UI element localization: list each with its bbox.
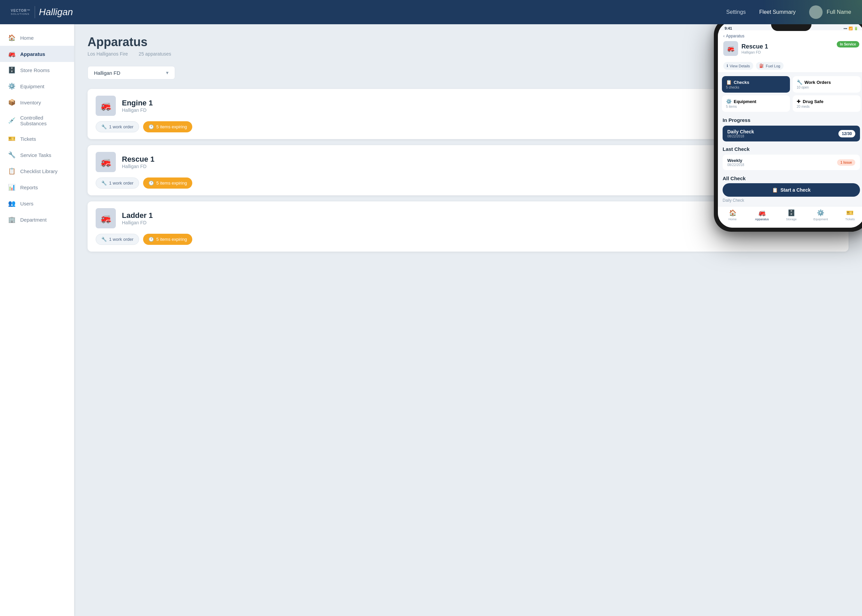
tickets-nav-icon: 🎫	[846, 209, 854, 217]
sidebar: 🏠 Home 🚒 Apparatus 🗄️ Store Rooms ⚙️ Equ…	[0, 24, 74, 616]
checks-label: Checks	[734, 80, 749, 85]
phone-apparatus-info: 🚒 Rescue 1 Halligan FD In Service	[723, 41, 859, 56]
sidebar-item-reports[interactable]: 📊 Reports	[0, 179, 74, 195]
sidebar-item-storerooms[interactable]: 🗄️ Store Rooms	[0, 62, 74, 78]
brand-solutions-text: SOLUTIONS	[11, 13, 29, 16]
phone-apparatus-title: Rescue 1 Halligan FD	[741, 43, 768, 54]
phone-nav-apparatus[interactable]: 🚒 Apparatus	[747, 209, 776, 221]
daily-check-card[interactable]: Daily Check 08/22/2018 12/30	[722, 126, 860, 141]
work-orders-count: 10 open	[797, 86, 857, 89]
phone-bottom-nav: 🏠 Home 🚒 Apparatus 🗄️ Storage	[718, 206, 862, 228]
clipboard-icon: 📋	[772, 187, 778, 193]
brand-vector-text: VECTOR™	[11, 9, 31, 13]
equipment-grid-item[interactable]: ⚙️ Equipment 5 items	[722, 95, 790, 112]
weekly-label: Weekly	[727, 158, 744, 163]
sidebar-icon-home: 🏠	[8, 34, 16, 41]
sidebar-item-servicetasks[interactable]: 🔧 Service Tasks	[0, 147, 74, 163]
equipment-nav-icon: ⚙️	[817, 209, 824, 217]
sidebar-item-home[interactable]: 🏠 Home	[0, 30, 74, 46]
progress-badge: 12/30	[838, 130, 855, 137]
all-checks-title: All Check	[722, 176, 860, 181]
daily-check-row-label: Daily Check	[722, 197, 860, 203]
weekly-check-row[interactable]: Weekly 08/22/2018 1 Issue	[722, 155, 860, 170]
sidebar-label-servicetasks: Service Tasks	[20, 152, 51, 158]
phone-nav-home[interactable]: 🏠 Home	[718, 209, 747, 221]
last-check-section: Last Check Weekly 08/22/2018 1 Issue	[718, 143, 862, 173]
sidebar-item-controlled[interactable]: 💉 Controlled Substances	[0, 110, 74, 131]
wrench-icon: 🔧	[797, 80, 802, 85]
drug-safe-grid-item[interactable]: ✚ Drug Safe 20 meds	[793, 95, 860, 112]
expiring-badge-1: 🕐 5 items expiring	[143, 178, 192, 189]
work-order-badge-0: 🔧 1 work order	[96, 121, 139, 132]
phone-nav-storage[interactable]: 🗄️ Storage	[776, 209, 806, 221]
phone-screen: 9:41 ▪▪▪ 📶 🔋 ‹ Apparatus	[718, 24, 862, 228]
work-orders-label: Work Orders	[804, 80, 831, 85]
apparatus-dept-1: Halligan FD	[122, 164, 155, 169]
sidebar-icon-inventory: 📦	[8, 99, 16, 106]
wrench-icon-0: 🔧	[101, 124, 107, 129]
checks-grid-item[interactable]: 📋 Checks 5 checks	[722, 76, 790, 93]
apparatus-info-2: Ladder 1 Halligan FD	[122, 211, 153, 225]
user-area[interactable]: Full Name	[809, 5, 851, 19]
fuel-icon: ⛽	[759, 64, 764, 68]
apparatus-info-0: Engine 1 Halligan FD	[122, 99, 153, 113]
checks-icon: 📋	[726, 80, 732, 85]
sidebar-item-checklist[interactable]: 📋 Checklist Library	[0, 163, 74, 179]
filter-dropdown[interactable]: Halligan FD ▾	[88, 66, 175, 80]
avatar	[809, 5, 823, 19]
all-checks-section: All Check 📋 Start a Check Daily Check	[718, 173, 862, 206]
sidebar-label-tickets: Tickets	[20, 136, 36, 142]
signal-icon: ▪▪▪	[843, 27, 847, 30]
work-orders-grid-item[interactable]: 🔧 Work Orders 10 open	[793, 76, 860, 93]
sidebar-icon-servicetasks: 🔧	[8, 151, 16, 159]
wrench-icon-2: 🔧	[101, 237, 107, 242]
phone-action-row: ℹ View Details ⛽ Fuel Log	[718, 59, 862, 73]
work-order-label-2: 1 work order	[109, 237, 133, 242]
sidebar-icon-reports: 📊	[8, 184, 16, 191]
phone-header: ‹ Apparatus 🚒 Rescue 1 Halligan FD In Se…	[718, 30, 862, 59]
brand-logo: VECTOR™ SOLUTIONS Halligan	[11, 6, 73, 18]
drug-safe-count: 20 meds	[797, 105, 857, 108]
home-nav-icon: 🏠	[729, 209, 736, 217]
drug-safe-label: Drug Safe	[803, 99, 823, 104]
clock-icon-1: 🕐	[149, 181, 154, 185]
work-order-badge-1: 🔧 1 work order	[96, 178, 139, 189]
clock-icon-0: 🕐	[149, 124, 154, 129]
nav-links: Settings Fleet Summary	[726, 9, 796, 15]
sidebar-item-users[interactable]: 👥 Users	[0, 195, 74, 212]
phone-grid: 📋 Checks 5 checks 🔧 Work Orders	[718, 73, 862, 115]
sidebar-item-inventory[interactable]: 📦 Inventory	[0, 94, 74, 110]
apparatus-count: 25 apparatuses	[139, 51, 171, 57]
fuel-log-button[interactable]: ⛽ Fuel Log	[756, 62, 783, 70]
battery-icon: 🔋	[854, 27, 858, 30]
apparatus-name-1: Rescue 1	[122, 155, 155, 164]
chevron-down-icon: ▾	[166, 70, 169, 76]
apparatus-dept-2: Halligan FD	[122, 220, 153, 225]
expiring-badge-2: 🕐 5 items expiring	[143, 234, 192, 245]
expiring-label-2: 5 items expiring	[156, 237, 187, 242]
sidebar-item-tickets[interactable]: 🎫 Tickets	[0, 131, 74, 147]
sidebar-label-apparatus: Apparatus	[20, 51, 45, 57]
sidebar-item-equipment[interactable]: ⚙️ Equipment	[0, 78, 74, 94]
sidebar-item-department[interactable]: 🏢 Department	[0, 212, 74, 228]
apparatus-name-2: Ladder 1	[122, 211, 153, 220]
filter-label: Halligan FD	[94, 70, 120, 76]
checks-count: 5 checks	[726, 86, 786, 89]
start-check-button[interactable]: 📋 Start a Check	[722, 183, 860, 197]
sidebar-icon-checklist: 📋	[8, 167, 16, 175]
equipment-label: Equipment	[734, 99, 756, 104]
phone-back-button[interactable]: ‹ Apparatus	[723, 34, 859, 38]
sidebar-item-apparatus[interactable]: 🚒 Apparatus	[0, 46, 74, 62]
phone-nav-equipment[interactable]: ⚙️ Equipment	[806, 209, 835, 221]
fleet-summary-link[interactable]: Fleet Summary	[759, 9, 796, 15]
start-check-label: Start a Check	[780, 187, 810, 193]
view-details-button[interactable]: ℹ View Details	[723, 62, 753, 70]
sidebar-label-home: Home	[20, 35, 34, 41]
settings-link[interactable]: Settings	[726, 9, 746, 15]
sidebar-label-equipment: Equipment	[20, 83, 44, 89]
phone-nav-tickets[interactable]: 🎫 Tickets	[835, 209, 862, 221]
in-progress-title: In Progress	[722, 117, 860, 123]
apparatus-thumb-2: 🚒	[96, 208, 116, 228]
daily-check-date: 08/22/2018	[727, 134, 754, 138]
work-order-label-1: 1 work order	[109, 181, 133, 185]
